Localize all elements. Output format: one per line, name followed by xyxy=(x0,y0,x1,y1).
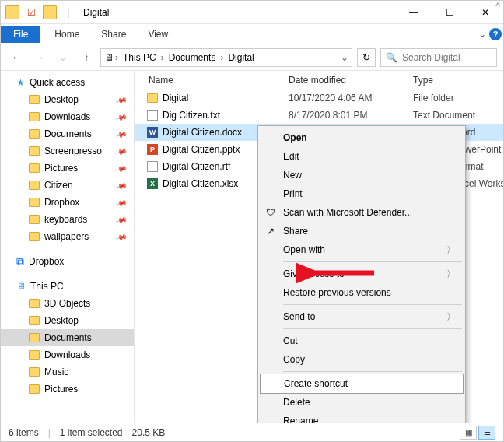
ribbon-expand-icon[interactable]: ⌄ xyxy=(478,29,486,40)
folder-icon xyxy=(29,350,40,360)
tab-share[interactable]: Share xyxy=(90,26,137,43)
menu-item-label: Copy xyxy=(283,354,305,365)
crumb-dropdown-icon[interactable]: ⌄ xyxy=(341,52,348,63)
folder-icon xyxy=(29,367,40,377)
ribbon: File Home Share View ⌄ ? xyxy=(1,24,503,44)
ppt-icon: P xyxy=(145,144,159,155)
menu-item-label: Restore previous versions xyxy=(283,287,391,298)
file-row[interactable]: Dig Citizen.txt8/17/2020 8:01 PMText Doc… xyxy=(135,107,503,124)
view-large-icons-button[interactable]: ▦ xyxy=(460,426,477,440)
nav-pc-child[interactable]: Music xyxy=(1,363,134,381)
menu-separator xyxy=(283,371,462,372)
nav-pc-child[interactable]: Pictures xyxy=(1,381,134,398)
menu-item[interactable]: New xyxy=(260,166,464,184)
search-placeholder: Search Digital xyxy=(402,52,460,63)
menu-item[interactable]: Send to〉 xyxy=(260,307,464,326)
crumb-seg[interactable]: Documents xyxy=(166,52,219,63)
menu-item-label: Print xyxy=(283,188,303,199)
menu-item[interactable]: Delete xyxy=(260,393,464,412)
crumb-seg[interactable]: This PC xyxy=(120,52,159,63)
tab-file[interactable]: File xyxy=(1,26,40,43)
nav-pc-child[interactable]: Downloads xyxy=(1,346,134,363)
folder-icon xyxy=(29,215,40,224)
xls-icon: X xyxy=(145,178,159,189)
folder-icon xyxy=(29,95,40,104)
pin-icon: 📌 xyxy=(115,110,128,123)
maximize-button[interactable]: ☐ xyxy=(432,1,467,24)
nav-pc-child[interactable]: Documents xyxy=(1,329,134,346)
nav-forward-button[interactable]: → xyxy=(30,48,49,67)
chevron-right-icon: 〉 xyxy=(446,244,456,257)
nav-pc-child[interactable]: 3D Objects xyxy=(1,295,134,312)
pin-icon: 📌 xyxy=(115,162,128,174)
col-type[interactable]: Type xyxy=(413,75,503,86)
nav-pinned-item[interactable]: Screenpresso📌 xyxy=(1,142,134,160)
qat-dropdown-icon[interactable] xyxy=(43,5,57,19)
pin-icon: 📌 xyxy=(115,213,128,226)
nav-up-button[interactable]: ↑ xyxy=(77,48,96,67)
menu-item-label: Delete xyxy=(283,397,310,408)
qat-properties-icon[interactable]: ☑ xyxy=(24,5,38,19)
view-details-button[interactable]: ☰ xyxy=(478,426,495,440)
file-date: 10/17/2020 4:06 AM xyxy=(289,93,413,103)
address-bar: ← → ⌄ ↑ 🖥 › This PC › Documents › Digita… xyxy=(1,44,503,71)
minimize-button[interactable]: — xyxy=(396,1,432,24)
nav-quick-access[interactable]: ★ Quick access xyxy=(1,74,134,91)
search-input[interactable]: 🔍 Search Digital xyxy=(380,48,497,67)
col-name[interactable]: Name xyxy=(135,75,289,86)
nav-back-button[interactable]: ← xyxy=(7,48,26,67)
menu-item-label: Share xyxy=(283,226,308,237)
title-bar: ☑ | Digital — ☐ ✕ xyxy=(1,1,503,24)
file-list-pane: Name Date modified Type Digital10/17/202… xyxy=(135,71,503,424)
nav-pinned-item[interactable]: wallpapers📌 xyxy=(1,228,134,245)
menu-item-label: Open xyxy=(283,132,307,143)
pc-icon: 🖥 xyxy=(104,52,114,63)
menu-item[interactable]: 🛡Scan with Microsoft Defender... xyxy=(260,203,464,222)
menu-item[interactable]: Create shortcut xyxy=(260,374,464,394)
status-item-count: 6 items xyxy=(9,427,39,438)
menu-item[interactable]: ↗Share xyxy=(260,222,464,240)
nav-pinned-item[interactable]: Dropbox📌 xyxy=(1,194,134,211)
tab-view[interactable]: View xyxy=(137,26,179,43)
tab-home[interactable]: Home xyxy=(44,26,90,43)
folder-icon xyxy=(29,384,40,394)
menu-item[interactable]: Open with〉 xyxy=(260,240,464,259)
status-bar: 6 items | 1 item selected 20.5 KB ▦ ☰ xyxy=(1,423,503,441)
menu-item-label: Send to xyxy=(283,311,315,322)
shield-icon: 🛡 xyxy=(264,207,277,218)
nav-dropbox[interactable]: ⧉ Dropbox xyxy=(1,253,134,270)
nav-pinned-item[interactable]: Desktop📌 xyxy=(1,91,134,108)
help-icon[interactable]: ? xyxy=(489,28,502,40)
menu-item[interactable]: Restore previous versions xyxy=(260,283,464,302)
menu-item[interactable]: Give access to〉 xyxy=(260,265,464,283)
nav-pinned-item[interactable]: keyboards📌 xyxy=(1,211,134,228)
breadcrumb[interactable]: 🖥 › This PC › Documents › Digital ⌄ xyxy=(100,48,352,67)
folder-icon xyxy=(29,112,40,121)
nav-pinned-item[interactable]: Documents📌 xyxy=(1,125,134,142)
nav-pinned-item[interactable]: Pictures📌 xyxy=(1,160,134,177)
folder-icon xyxy=(5,5,19,19)
menu-item-label: Edit xyxy=(283,151,299,162)
refresh-button[interactable]: ↻ xyxy=(357,48,376,67)
nav-pc-child[interactable]: Desktop xyxy=(1,312,134,329)
nav-pinned-item[interactable]: Citizen📌 xyxy=(1,177,134,194)
column-headers[interactable]: Name Date modified Type xyxy=(135,71,503,89)
menu-item[interactable]: Open xyxy=(260,128,464,147)
file-row[interactable]: Digital10/17/2020 4:06 AMFile folder xyxy=(135,89,503,107)
folder-icon xyxy=(29,181,40,190)
menu-item[interactable]: Cut xyxy=(260,332,464,350)
menu-item-label: Scan with Microsoft Defender... xyxy=(283,207,412,218)
nav-recent-icon[interactable]: ⌄ xyxy=(54,48,72,67)
menu-separator xyxy=(283,304,462,305)
menu-item[interactable]: Edit xyxy=(260,147,464,166)
pin-icon: 📌 xyxy=(115,230,128,243)
crumb-seg[interactable]: Digital xyxy=(225,52,257,63)
nav-pinned-item[interactable]: Downloads📌 xyxy=(1,108,134,125)
menu-item[interactable]: Print xyxy=(260,184,464,203)
file-date: 8/17/2020 8:01 PM xyxy=(289,110,413,121)
nav-this-pc[interactable]: 🖥 This PC xyxy=(1,278,134,295)
folder-icon xyxy=(29,163,40,173)
col-date[interactable]: Date modified xyxy=(289,75,413,86)
pin-icon: 📌 xyxy=(115,196,128,209)
menu-item[interactable]: Copy xyxy=(260,350,464,369)
